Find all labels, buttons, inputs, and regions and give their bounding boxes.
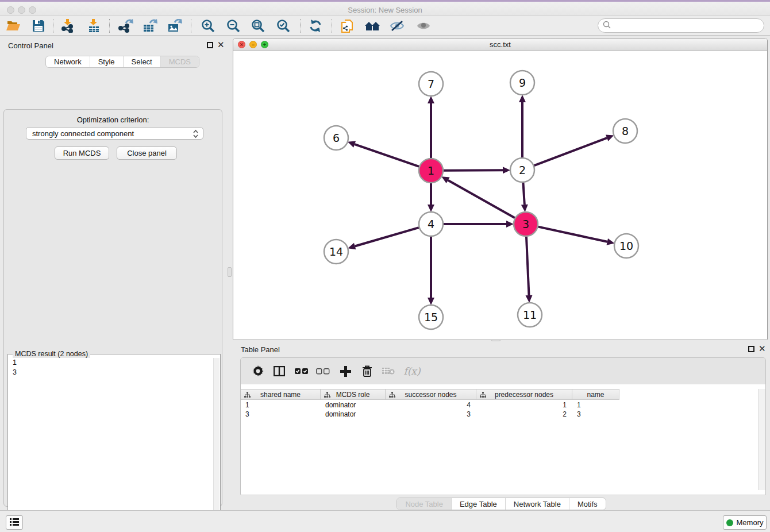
graph-node-3[interactable]: 3 — [514, 212, 538, 236]
column-type-icon — [480, 392, 486, 400]
tab-motifs[interactable]: Motifs — [569, 498, 606, 510]
control-panel: Control Panel ✕ NetworkStyleSelectMCDS O… — [0, 36, 226, 510]
cell-mcds-role[interactable]: dominator — [321, 410, 386, 419]
edge-3-10[interactable] — [538, 227, 607, 242]
cell-shared-name[interactable]: 3 — [241, 410, 321, 419]
show-all-icon[interactable] — [415, 18, 432, 34]
cell-successor-nodes[interactable]: 3 — [386, 410, 476, 419]
column-settings-icon[interactable] — [250, 363, 266, 379]
save-session-icon[interactable] — [30, 18, 47, 34]
graph-node-1[interactable]: 1 — [419, 159, 443, 183]
select-stepper-icon — [192, 129, 199, 141]
refresh-icon[interactable] — [307, 18, 324, 34]
search-input[interactable] — [611, 21, 754, 30]
deselect-all-icon[interactable] — [315, 363, 331, 379]
search-box[interactable] — [598, 18, 764, 33]
column-header-predecessor-nodes[interactable]: predecessor nodes — [476, 389, 572, 400]
column-header-name[interactable]: name — [572, 389, 619, 400]
graph-node-2[interactable]: 2 — [510, 158, 534, 182]
edge-4-14[interactable] — [355, 228, 419, 246]
control-panel-float-icon[interactable] — [207, 42, 213, 48]
edge-1-2[interactable] — [444, 170, 503, 171]
edge-2-3[interactable] — [523, 183, 524, 205]
split-panel-icon[interactable] — [271, 363, 287, 379]
status-bar: Memory — [0, 510, 770, 532]
tab-node-table[interactable]: Node Table — [397, 498, 452, 510]
table-tabs: Node TableEdge TableNetwork TableMotifs — [233, 498, 770, 510]
node-label: 15 — [424, 311, 438, 323]
function-builder-icon[interactable]: f(x) — [401, 363, 424, 379]
zoom-out-icon[interactable] — [225, 18, 242, 34]
network-graph[interactable]: 7968124314101511 — [233, 51, 767, 340]
run-mcds-button[interactable]: Run MCDS — [55, 147, 109, 160]
result-scrollbar[interactable] — [213, 358, 220, 532]
graph-node-14[interactable]: 14 — [324, 240, 348, 264]
export-image-icon[interactable] — [167, 18, 184, 34]
cell-predecessor-nodes[interactable]: 1 — [476, 400, 572, 410]
graph-node-11[interactable]: 11 — [518, 303, 542, 327]
task-history-button[interactable] — [6, 515, 23, 530]
first-neighbors-icon[interactable] — [364, 18, 381, 34]
cell-name[interactable]: 3 — [572, 410, 619, 419]
network-canvas[interactable]: 7968124314101511 — [233, 51, 767, 340]
copy-style-icon[interactable] — [338, 18, 356, 34]
import-network-icon[interactable] — [59, 18, 76, 34]
import-table-icon[interactable] — [85, 18, 102, 34]
open-session-icon[interactable] — [5, 18, 22, 34]
graph-node-6[interactable]: 6 — [324, 126, 348, 150]
column-header-mcds-role[interactable]: MCDS role — [321, 389, 386, 400]
edge-2-8[interactable] — [534, 138, 607, 165]
tab-edge-table[interactable]: Edge Table — [452, 498, 506, 510]
table-scrollbar[interactable] — [758, 389, 765, 490]
tab-network-table[interactable]: Network Table — [506, 498, 569, 510]
graph-node-4[interactable]: 4 — [419, 212, 443, 236]
cell-shared-name[interactable]: 1 — [241, 400, 321, 410]
column-header-shared-name[interactable]: shared name — [241, 389, 321, 400]
tab-select[interactable]: Select — [124, 56, 161, 67]
criterion-select[interactable]: strongly connected component — [26, 127, 203, 140]
table-panel-close-icon[interactable]: ✕ — [759, 345, 766, 352]
zoom-fit-icon[interactable] — [249, 18, 267, 34]
column-type-icon — [244, 392, 251, 400]
cell-mcds-role[interactable]: dominator — [321, 400, 386, 410]
column-header-successor-nodes[interactable]: successor nodes — [386, 389, 476, 400]
hide-selected-icon[interactable] — [388, 18, 406, 34]
select-all-icon[interactable] — [294, 363, 310, 379]
tab-style[interactable]: Style — [90, 56, 124, 67]
node-label: 11 — [523, 309, 537, 321]
panel-splitter-handle[interactable] — [228, 267, 232, 277]
add-column-icon[interactable] — [337, 363, 353, 379]
graph-node-7[interactable]: 7 — [419, 72, 443, 96]
cell-name[interactable]: 1 — [572, 400, 619, 410]
tab-network[interactable]: Network — [46, 56, 90, 67]
tab-mcds[interactable]: MCDS — [161, 56, 199, 67]
delete-column-icon[interactable] — [359, 363, 375, 379]
mcds-result-box: MCDS result (2 nodes) 1 3 — [7, 354, 221, 532]
close-panel-button[interactable]: Close panel — [117, 147, 177, 160]
app-title-bar: Session: New Session — [0, 0, 770, 16]
network-window-titlebar[interactable]: ✕ − + scc.txt — [233, 38, 767, 51]
column-label: name — [587, 391, 604, 399]
table-panel-float-icon[interactable] — [748, 346, 754, 352]
control-panel-close-icon[interactable]: ✕ — [217, 41, 225, 48]
toolbar-separator — [191, 19, 191, 33]
export-table-icon[interactable] — [142, 18, 159, 34]
delete-table-icon[interactable] — [380, 363, 396, 379]
memory-button[interactable]: Memory — [723, 515, 767, 530]
edge-1-6[interactable] — [355, 144, 419, 167]
graph-node-9[interactable]: 9 — [510, 71, 534, 95]
graph-node-8[interactable]: 8 — [613, 119, 637, 143]
table-row[interactable]: 1dominator411 — [241, 400, 619, 410]
graph-node-15[interactable]: 15 — [419, 305, 443, 329]
zoom-in-icon[interactable] — [199, 18, 217, 34]
table-row[interactable]: 3dominator323 — [241, 410, 619, 419]
mcds-result-text: 1 3 — [13, 358, 17, 377]
zoom-selected-icon[interactable] — [275, 18, 292, 34]
edge-3-11[interactable] — [526, 237, 529, 295]
graph-node-10[interactable]: 10 — [614, 234, 638, 258]
cell-successor-nodes[interactable]: 4 — [386, 400, 476, 410]
table-panel-title: Table Panel — [241, 345, 280, 354]
edge-3-1[interactable] — [448, 180, 515, 218]
export-network-icon[interactable] — [117, 18, 134, 34]
cell-predecessor-nodes[interactable]: 2 — [476, 410, 572, 419]
